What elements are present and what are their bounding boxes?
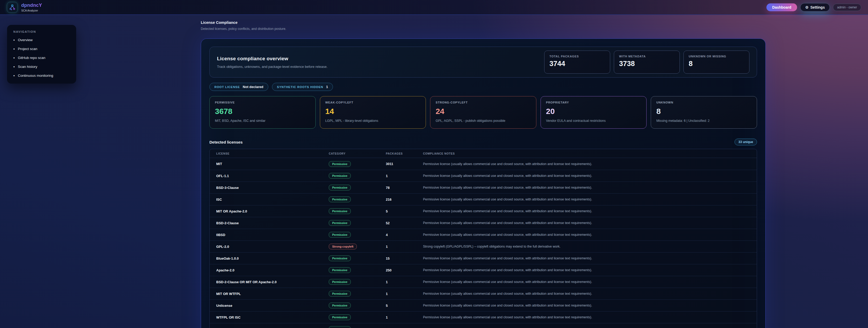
table-row: MIT OR Apache-2.0 Permissive 5 Permissiv…	[210, 205, 757, 217]
column-compliance-notes: COMPLIANCE NOTES	[423, 152, 750, 155]
top-header-bar: dpndncY SCA Analyzer Dashboard ⚙ Setting…	[0, 0, 868, 15]
package-count: 216	[386, 198, 423, 202]
category-count: 14	[326, 107, 421, 116]
table-row: 0BSD Permissive 4 Permissive license (us…	[210, 229, 757, 240]
category-badge: Permissive	[329, 220, 351, 226]
stat-value: 3744	[550, 60, 605, 68]
compliance-note: Permissive license (usually allows comme…	[423, 233, 750, 237]
license-name: WTFPL OR ISC	[216, 316, 329, 319]
info-badge-value: 1	[326, 85, 328, 89]
category-card: PERMISSIVE 3678 MIT, BSD, Apache, ISC an…	[209, 96, 316, 129]
category-badge: Permissive	[329, 267, 351, 273]
license-name: MIT OR Apache-2.0	[216, 209, 329, 213]
category-cards: PERMISSIVE 3678 MIT, BSD, Apache, ISC an…	[209, 96, 757, 129]
license-name: ISC	[216, 198, 329, 202]
compliance-note: Permissive license (usually allows comme…	[423, 162, 750, 166]
license-name: BlueOak-1.0.0	[216, 257, 329, 260]
category-badge: Permissive	[329, 161, 351, 167]
dashboard-button[interactable]: Dashboard	[767, 3, 797, 11]
license-name: Unlicense	[216, 304, 329, 307]
info-badge-label: ROOT LICENSE	[214, 85, 240, 89]
table-row: Apache-2.0 Permissive 250 Permissive lic…	[210, 264, 757, 276]
stat-label: WITH METADATA	[619, 55, 675, 58]
category-description: GPL, AGPL, SSPL - publish obligations po…	[436, 119, 531, 123]
license-name: OFL-1.1	[216, 174, 329, 178]
category-label: PERMISSIVE	[215, 101, 310, 104]
category-badge: Permissive	[329, 232, 351, 238]
compliance-note: Permissive license (usually allows comme…	[423, 209, 750, 213]
table-row: WTFPL OR ISC Permissive 1 Permissive lic…	[210, 311, 757, 323]
table-row: MIT Permissive 3011 Permissive license (…	[210, 158, 757, 170]
settings-button[interactable]: ⚙ Settings	[800, 3, 830, 11]
compliance-note: Strong copyleft (GPL/AGPL/SSPL) – copyle…	[423, 245, 750, 248]
compliance-note: Permissive license (usually allows comme…	[423, 174, 750, 178]
license-name: 0BSD	[216, 233, 329, 237]
category-count: 24	[436, 107, 531, 116]
compliance-note: Permissive license (usually allows comme…	[423, 186, 750, 189]
license-name: BSD-2-Clause OR MIT OR Apache-2.0	[216, 280, 329, 284]
compliance-note: Permissive license (usually allows comme…	[423, 292, 750, 296]
navigation-panel: NAVIGATION Overview Project scan GitHub …	[7, 25, 76, 84]
category-count: 3678	[215, 107, 310, 116]
info-badge-label: SYNTHETIC ROOTS HIDDEN	[277, 85, 323, 89]
column-category: CATEGORY	[329, 152, 386, 155]
gear-icon: ⚙	[805, 5, 809, 9]
category-description: LGPL, MPL - library-level obligations	[326, 119, 421, 123]
package-count: 1	[386, 316, 423, 319]
table-body: MIT Permissive 3011 Permissive license (…	[210, 158, 757, 328]
package-count: 5	[386, 209, 423, 213]
table-row: Permissive	[210, 323, 757, 328]
overview-subtitle: Track obligations, unknowns, and package…	[217, 65, 328, 69]
nav-item[interactable]: Scan history	[13, 64, 70, 69]
package-count: 1	[386, 245, 423, 249]
table-row: BlueOak-1.0.0 Permissive 15 Permissive l…	[210, 252, 757, 264]
license-name: BSD-3-Clause	[216, 186, 329, 190]
table-row: MIT OR WTFPL Permissive 1 Permissive lic…	[210, 288, 757, 299]
stat-label: TOTAL PACKAGES	[550, 55, 605, 58]
license-name: BSD-2-Clause	[216, 221, 329, 225]
page-subtitle: Detected licenses, policy conflicts, and…	[201, 27, 766, 31]
table-row: GPL-2.0 Strong-copyleft 1 Strong copylef…	[210, 240, 757, 252]
category-label: STRONG-COPYLEFT	[436, 101, 531, 104]
licenses-table: LICENSE CATEGORY PACKAGES COMPLIANCE NOT…	[209, 149, 757, 328]
table-row: BSD-3-Clause Permissive 78 Permissive li…	[210, 182, 757, 193]
category-badge: Permissive	[329, 173, 351, 179]
main-content: License Compliance Detected licenses, po…	[201, 21, 766, 328]
compliance-note: Permissive license (usually allows comme…	[423, 221, 750, 225]
unique-count-badge: 33 unique	[735, 139, 757, 145]
stat-value: 3738	[619, 60, 675, 68]
compliance-note: Permissive license (usually allows comme…	[423, 268, 750, 272]
app-logo	[7, 2, 18, 13]
category-badge: Strong-copyleft	[329, 244, 357, 249]
detected-licenses-title: Detected licenses	[209, 140, 243, 144]
navigation-list: Overview Project scan GitHub repo scan S…	[13, 38, 70, 78]
category-badge: Permissive	[329, 256, 351, 261]
app-subtitle: SCA Analyzer	[21, 9, 42, 12]
page-title: License Compliance	[201, 21, 766, 25]
nav-item[interactable]: Project scan	[13, 47, 70, 51]
dependency-graph-icon	[9, 4, 16, 11]
table-header-row: LICENSE CATEGORY PACKAGES COMPLIANCE NOT…	[210, 149, 757, 158]
category-badge: Permissive	[329, 315, 351, 320]
category-label: WEAK-COPYLEFT	[326, 101, 421, 104]
info-badge: ROOT LICENSE Not declared	[209, 83, 268, 91]
category-description: MIT, BSD, Apache, ISC and similar	[215, 119, 310, 123]
category-description: Vendor EULA and contractual restrictions	[546, 119, 641, 123]
nav-item[interactable]: GitHub repo scan	[13, 56, 70, 60]
column-packages: PACKAGES	[386, 152, 423, 155]
user-role-pill[interactable]: admin - owner	[833, 4, 861, 11]
overview-card: License compliance overview Track obliga…	[209, 47, 757, 78]
license-name: Apache-2.0	[216, 268, 329, 272]
nav-item[interactable]: Overview	[13, 38, 70, 42]
package-count: 1	[386, 280, 423, 284]
category-badge: Permissive	[329, 197, 351, 202]
category-badge: Permissive	[329, 303, 351, 308]
stat-box: WITH METADATA 3738	[614, 51, 680, 73]
stat-value: 8	[689, 60, 744, 68]
category-badge: Permissive	[329, 279, 351, 285]
category-count: 20	[546, 107, 641, 116]
category-badge: Permissive	[329, 291, 351, 297]
package-count: 78	[386, 186, 423, 190]
overview-title: License compliance overview	[217, 56, 328, 62]
nav-item[interactable]: Continuous monitoring	[13, 73, 70, 78]
